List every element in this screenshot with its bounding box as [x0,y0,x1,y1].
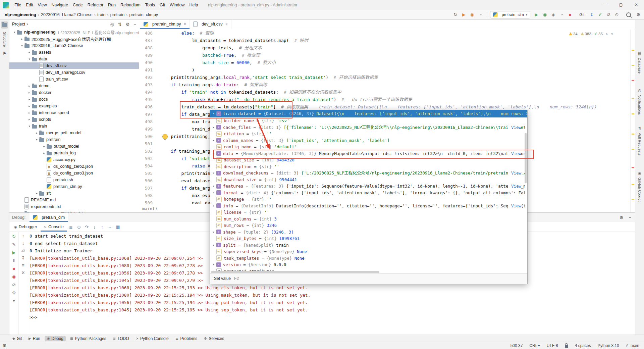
breadcrumb-train[interactable]: train [97,12,106,17]
reloadium-sync-icon[interactable]: ↻ [452,11,459,18]
view-link[interactable]: View [508,124,521,131]
tree-item-20230916-llama2-chinese[interactable]: ▾20230916_Llama2-Chinese [9,42,139,49]
step-out-icon[interactable]: ↑ [98,225,106,230]
menu-run[interactable]: Run [106,3,118,7]
menu-file[interactable]: File [12,3,23,7]
tree-item-train-sft-csv[interactable]: train_sft.csv [9,76,139,83]
variable-row-config-name[interactable]: 01config_name = {str} 'default' [210,144,525,150]
chevron-closed-icon[interactable]: ▸ [42,151,47,155]
chevron-closed-icon[interactable]: ▸ [27,104,32,108]
chevron-closed-icon[interactable]: ▸ [27,98,32,101]
menu-view[interactable]: View [36,3,49,7]
settings-gear-icon[interactable]: ⚙ [620,215,624,220]
variable-row-split[interactable]: ▸≡split = {NamedSplit} train [210,242,525,249]
modify-run-configuration-icon[interactable]: ✎ [12,242,16,247]
variable-row-data[interactable]: ▸≡data = {MemoryMappedTable: (3246, 3)} … [210,150,525,157]
project-panel-title[interactable]: Project [12,22,25,27]
chevron-closed-icon[interactable]: ▸ [211,183,216,190]
step-into-icon[interactable]: ↓ [91,225,98,230]
tree-item-output-model[interactable]: ▸output_model [9,143,139,150]
tree-item-nlp-engineering[interactable]: ▾nlp-engineering L:\20230825_NLP工程化公众号\n… [9,29,139,36]
chevron-closed-icon[interactable]: ▸ [211,242,216,249]
status-indent-style[interactable]: 4 spaces [575,343,591,348]
toolwindow-python-console[interactable]: ≻Python Console [133,336,171,341]
menu-window[interactable]: Window [167,3,187,7]
tree-item-demo[interactable]: ▸demo [9,83,139,89]
variable-row-column-names[interactable]: ▸≡column_names = {list: 3} ['input_ids',… [210,137,525,144]
tree-item-data[interactable]: ▾data [9,56,139,62]
debug-session-tab[interactable]: pretrain_clm [30,213,68,222]
resume-program-icon[interactable]: ▶ [12,250,16,255]
evaluate-expression-icon[interactable]: ▦ [114,225,122,230]
reloadium-profile-icon[interactable]: ◔ [478,11,484,18]
minimize-icon[interactable]: — [598,0,613,10]
tree-item-20230625-huggingface[interactable]: ▸20230625_HuggingFace自然语言处理详解 [9,36,139,42]
breadcrumb-pretrain[interactable]: pretrain [110,12,125,17]
chevron-open-icon[interactable]: ▾ [12,31,17,34]
run-configuration-select[interactable]: pretrain_clm ▾ [490,11,531,18]
variable-row-features[interactable]: ▸≡features = {Features: 3} {'input_ids':… [210,183,525,190]
chevron-closed-icon[interactable]: ▸ [211,137,216,144]
close-tab-icon[interactable]: ✕ [183,22,186,26]
chevron-closed-icon[interactable]: ▸ [27,51,32,54]
collapse-all-icon[interactable]: ⇅ [118,22,122,27]
options-gear-icon[interactable]: ⚙ [126,22,130,27]
tab-console[interactable]: ≻Console [41,222,67,232]
step-over-icon[interactable]: ↷ [83,225,91,230]
chevron-closed-icon[interactable]: ▸ [211,150,216,157]
tree-item-docs[interactable]: ▸docs [9,96,139,103]
breadcrumb-nlp-engineering[interactable]: nlp-engineering [4,12,37,17]
chevron-closed-icon[interactable]: ▸ [211,170,216,177]
tree-item-examples[interactable]: ▸examples [9,103,139,109]
menu-code[interactable]: Code [70,3,85,7]
chevron-open-icon[interactable]: ▾ [27,124,32,128]
chevron-open-icon[interactable]: ▾ [34,138,39,141]
tree-item-20230917-nlp[interactable]: ▸20230917_NLP工程化公众号 [9,210,139,212]
chevron-closed-icon[interactable]: ▸ [19,37,24,41]
pause-program-icon[interactable]: ‖ [13,258,15,263]
soft-wrap-icon[interactable]: ⇄ [21,248,25,253]
project-stripe-button[interactable] [1,21,8,29]
view-link[interactable]: View [508,150,521,157]
scrollbar-thumb[interactable] [525,133,527,183]
variable-row-license[interactable]: 01license = {str} '' [210,209,525,216]
variable-row-supervised-keys[interactable]: 01supervised_keys = {NoneType} None [210,248,525,255]
status-caret-position[interactable]: 500:37 [511,343,523,348]
chevron-closed-icon[interactable]: ▸ [42,145,47,148]
variable-row-size-in-bytes[interactable]: 01size_in_bytes = {int} 18998761 [210,235,525,242]
intention-bulb-icon[interactable] [162,134,168,139]
maximize-icon[interactable]: ▢ [613,0,629,10]
tree-item-docker[interactable]: ▸docker [9,89,139,96]
chevron-closed-icon[interactable]: ▸ [211,261,216,268]
tree-item-sft[interactable]: ▸sft [9,190,139,197]
toolwindow-python-packages[interactable]: ▦Python Packages [68,336,109,341]
status-readonly-lock[interactable] [565,344,568,348]
scroll-to-end-icon[interactable]: ↧ [21,256,25,260]
variable-row-citation[interactable]: 01citation = {str} '' [210,131,525,137]
next-problem-icon[interactable]: ∨ [611,32,613,36]
tree-item-pretrain-log[interactable]: ▸pretrain_log [9,150,139,156]
toolwindow-problems[interactable]: ▲Problems [173,336,200,341]
tree-item-dev-sft-sharegpt-csv[interactable]: dev_sft_sharegpt.csv [9,69,139,76]
variable-row-num-columns[interactable]: 01num_columns = {int} 3 [210,216,525,222]
variable-row-dataset-size[interactable]: 01dataset_size = {int} 9494320 [210,157,525,163]
menu-navigate[interactable]: Navigate [49,3,70,7]
toolwindow-todo[interactable]: ≣TODO [111,336,131,341]
hide-panel-icon[interactable]: − [133,22,136,27]
error-stripe[interactable] [630,30,635,212]
variable-row-version[interactable]: ▸≡version = {Version} 0.0.0 [210,261,525,268]
menu-tools[interactable]: Tools [143,3,157,7]
close-icon[interactable]: ✕ [629,0,644,10]
menu-refactor[interactable]: Refactor [85,3,106,7]
variable-row-shape[interactable]: ▸≡shape = {tuple: 2} (3246, 3) [210,229,525,236]
reloadium-debug-icon[interactable]: ◉ [469,11,475,18]
down-stack-frame-icon[interactable]: ↓ [22,241,24,246]
variable-row-builder-name[interactable]: 01builder_name = {str} 'csv' [210,117,525,124]
variable-row-cache-files[interactable]: ▸≡cache_files = {list: 1} [{'filename': … [210,124,525,131]
variable-row-format[interactable]: ▸≡format = {dict: 4} {'columns': ['input… [210,190,525,196]
tree-item-assets[interactable]: ▸assets [9,49,139,56]
stop-icon[interactable]: ■ [567,11,573,18]
chevron-closed-icon[interactable]: ▸ [27,84,32,88]
menu-git[interactable]: Git [157,3,167,7]
run-to-cursor-icon[interactable]: → [106,225,114,230]
